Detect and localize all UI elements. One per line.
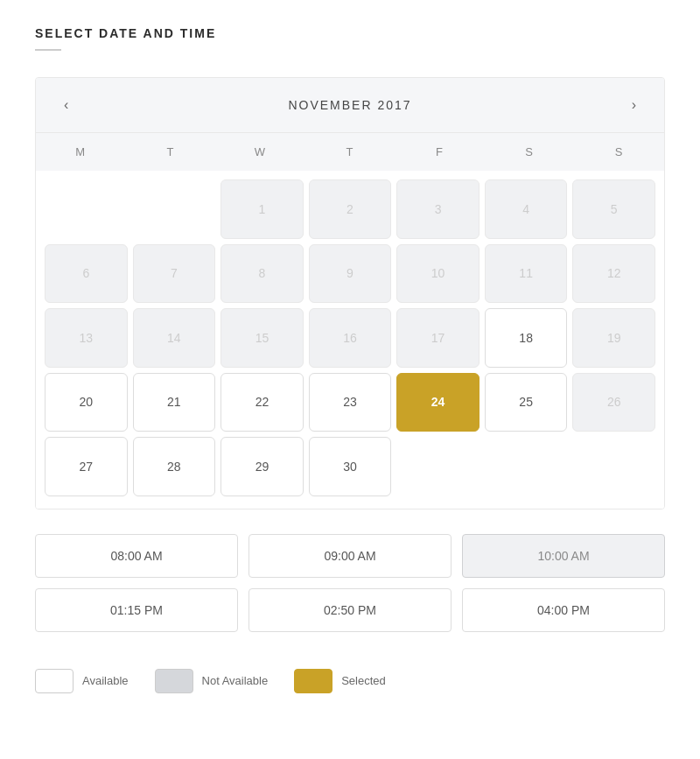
calendar-day-7: 7 <box>133 244 216 304</box>
weekday-label: T <box>126 133 216 171</box>
calendar-day-4: 4 <box>485 179 568 239</box>
legend-not-available-label: Not Available <box>202 674 269 687</box>
legend: Available Not Available Selected <box>35 660 665 693</box>
legend-available-label: Available <box>82 674 129 687</box>
calendar-day-17: 17 <box>396 308 480 368</box>
weekday-label: S <box>485 133 575 171</box>
calendar-grid: 1234567891011121314151617181920212223242… <box>36 171 664 509</box>
calendar-day-18[interactable]: 18 <box>485 308 568 368</box>
calendar-day-empty <box>45 179 128 239</box>
time-slot-01-15-pm[interactable]: 01:15 PM <box>35 588 238 632</box>
calendar-day-10: 10 <box>396 244 480 304</box>
calendar-day-21[interactable]: 21 <box>133 373 216 432</box>
time-slot-09-00-am[interactable]: 09:00 AM <box>248 534 452 578</box>
time-slot-02-50-pm[interactable]: 02:50 PM <box>248 588 452 632</box>
calendar-day-12: 12 <box>572 244 655 304</box>
time-slot-08-00-am[interactable]: 08:00 AM <box>35 534 238 578</box>
calendar-day-empty <box>396 437 480 496</box>
calendar-day-30[interactable]: 30 <box>309 437 392 496</box>
weekday-label: T <box>305 133 396 171</box>
calendar-day-2: 2 <box>309 179 392 239</box>
calendar-day-15: 15 <box>220 308 304 368</box>
calendar: ‹ NOVEMBER 2017 › MTWTFSS 12345678910111… <box>35 77 665 510</box>
time-slot-04-00-pm[interactable]: 04:00 PM <box>462 588 665 632</box>
weekday-label: S <box>574 133 664 171</box>
calendar-day-24[interactable]: 24 <box>396 373 480 432</box>
weekday-label: M <box>36 133 126 171</box>
legend-swatch-available <box>35 669 74 693</box>
calendar-day-1: 1 <box>220 179 304 239</box>
calendar-day-26: 26 <box>572 373 655 432</box>
calendar-day-6: 6 <box>45 244 128 304</box>
calendar-day-3: 3 <box>396 179 480 239</box>
calendar-day-5: 5 <box>572 179 655 239</box>
calendar-header: ‹ NOVEMBER 2017 › <box>36 78 664 132</box>
calendar-day-empty <box>133 179 216 239</box>
month-label: NOVEMBER 2017 <box>288 98 411 112</box>
title-divider <box>35 49 61 51</box>
calendar-day-empty <box>572 437 655 496</box>
time-slots-row1: 08:00 AM09:00 AM10:00 AM <box>35 534 665 578</box>
calendar-weekdays: MTWTFSS <box>36 132 664 171</box>
page-title: SELECT DATE AND TIME <box>35 26 665 40</box>
legend-selected-label: Selected <box>341 674 386 687</box>
calendar-day-22[interactable]: 22 <box>220 373 304 432</box>
legend-swatch-selected <box>294 669 332 693</box>
calendar-day-20[interactable]: 20 <box>45 373 128 432</box>
calendar-day-11: 11 <box>485 244 568 304</box>
calendar-day-23[interactable]: 23 <box>309 373 392 432</box>
time-slots-row2: 01:15 PM02:50 PM04:00 PM <box>35 588 665 632</box>
calendar-day-14: 14 <box>133 308 216 368</box>
legend-swatch-not-available <box>155 669 193 693</box>
calendar-day-25[interactable]: 25 <box>485 373 568 432</box>
legend-not-available: Not Available <box>155 669 269 693</box>
time-slot-10-00-am[interactable]: 10:00 AM <box>462 534 665 578</box>
calendar-day-9: 9 <box>309 244 392 304</box>
calendar-day-empty <box>485 437 568 496</box>
prev-month-button[interactable]: ‹ <box>57 94 75 116</box>
calendar-day-13: 13 <box>45 308 128 368</box>
legend-available: Available <box>35 669 129 693</box>
next-month-button[interactable]: › <box>625 94 643 116</box>
calendar-day-28[interactable]: 28 <box>133 437 216 496</box>
calendar-day-16: 16 <box>309 308 392 368</box>
legend-selected: Selected <box>294 669 386 693</box>
weekday-label: F <box>395 133 485 171</box>
time-slots-container: 08:00 AM09:00 AM10:00 AM 01:15 PM02:50 P… <box>35 534 665 632</box>
calendar-day-29[interactable]: 29 <box>220 437 304 496</box>
calendar-day-8: 8 <box>220 244 304 304</box>
weekday-label: W <box>215 133 305 171</box>
calendar-day-27[interactable]: 27 <box>45 437 128 496</box>
calendar-day-19: 19 <box>572 308 655 368</box>
